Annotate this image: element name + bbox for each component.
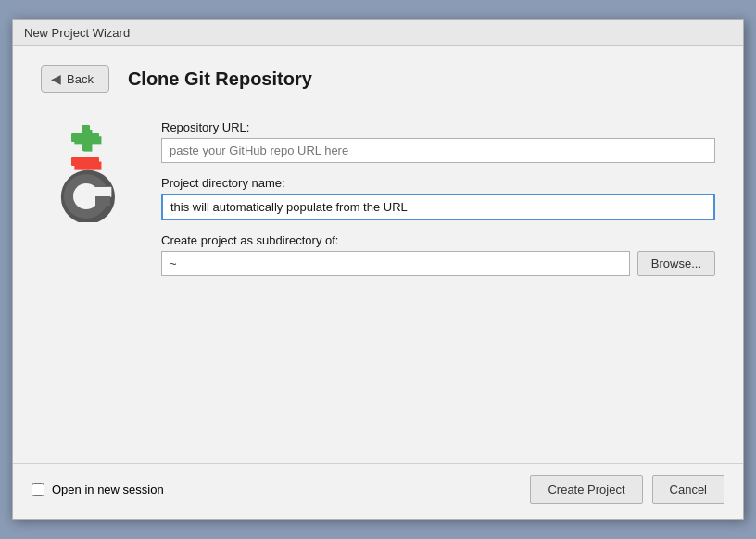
svg-rect-13: [95, 196, 110, 206]
svg-rect-8: [71, 157, 99, 166]
footer-buttons: Create Project Cancel: [530, 475, 724, 504]
back-arrow-icon: ◀: [51, 71, 61, 86]
project-dir-input[interactable]: [161, 194, 715, 220]
repo-url-label: Repository URL:: [161, 120, 715, 134]
dialog-titlebar: New Project Wizard: [13, 20, 743, 46]
git-logo: [41, 120, 133, 360]
back-button[interactable]: ◀ Back: [41, 65, 109, 93]
form-area: Repository URL: Project directory name: …: [161, 120, 715, 360]
content-spacer: [41, 360, 715, 445]
cancel-button[interactable]: Cancel: [652, 475, 724, 504]
svg-rect-7: [82, 125, 90, 151]
new-project-wizard-dialog: New Project Wizard ◀ Back Clone Git Repo…: [12, 19, 744, 520]
dialog-overlay: New Project Wizard ◀ Back Clone Git Repo…: [0, 0, 756, 539]
subdirectory-label: Create project as subdirectory of:: [161, 233, 715, 247]
main-area: Repository URL: Project directory name: …: [41, 120, 715, 360]
open-in-new-session-checkbox[interactable]: [32, 483, 44, 496]
subdirectory-group: Create project as subdirectory of: Brows…: [161, 233, 715, 276]
repo-url-group: Repository URL:: [161, 120, 715, 163]
subdirectory-row: Browse...: [161, 251, 715, 276]
open-session-label: Open in new session: [52, 483, 164, 496]
open-session-row: Open in new session: [32, 483, 164, 496]
subdirectory-input[interactable]: [161, 251, 630, 276]
project-dir-group: Project directory name:: [161, 176, 715, 220]
dialog-footer: Open in new session Create Project Cance…: [13, 463, 743, 519]
browse-button[interactable]: Browse...: [637, 251, 715, 276]
dialog-title-text: New Project Wizard: [24, 26, 130, 40]
git-icon-detailed: [45, 120, 129, 222]
dialog-content: ◀ Back Clone Git Repository: [13, 46, 743, 463]
back-label: Back: [67, 72, 94, 86]
header-row: ◀ Back Clone Git Repository: [41, 65, 715, 93]
page-title: Clone Git Repository: [128, 69, 312, 90]
create-project-button[interactable]: Create Project: [530, 475, 642, 504]
project-dir-label: Project directory name:: [161, 176, 715, 190]
repo-url-input[interactable]: [161, 138, 715, 163]
